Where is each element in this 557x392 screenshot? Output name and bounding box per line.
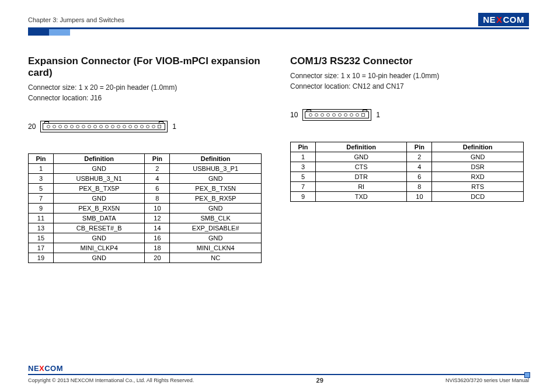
pin-hole-icon: [82, 125, 85, 128]
pin-hole-icon: [309, 113, 312, 117]
pin-hole-icon: [326, 113, 330, 117]
pin-label-1: 1: [172, 123, 176, 131]
chapter-title: Chapter 3: Jumpers and Switches: [28, 16, 124, 23]
table-row: 11SMB_DATA12SMB_CLK: [29, 214, 262, 223]
pin-hole-icon: [315, 113, 318, 117]
table-row: 5DTR6RXD: [291, 172, 524, 182]
page-footer: NEXCOM Copyright © 2013 NEXCOM Internati…: [28, 364, 529, 384]
table-row: 3CTS4DSR: [291, 162, 524, 172]
com-connector-section: COM1/3 RS232 Connector Connector size: 1…: [290, 55, 529, 263]
table-row: 9TXD10DCD: [291, 192, 524, 202]
pin-hole-icon: [332, 113, 336, 117]
pin-hole-icon: [123, 125, 126, 128]
pin-hole-icon: [350, 113, 353, 117]
pin-hole-icon: [356, 113, 359, 117]
page-header: Chapter 3: Jumpers and Switches NEXCOM: [28, 13, 529, 26]
pin-hole-icon: [140, 125, 144, 128]
pin-hole-icon: [344, 113, 347, 117]
pin-hole-icon: [53, 125, 56, 128]
pin-label-1b: 1: [376, 111, 380, 119]
pin-table-right: Pin Definition Pin Definition 1GND2GND3C…: [290, 142, 524, 202]
connector-pins-20: [43, 123, 165, 130]
pin-table-right-body: 1GND2GND3CTS4DSR5DTR6RXD7RI8RTS9TXD10DCD: [291, 152, 524, 202]
pin-hole-icon: [93, 125, 97, 128]
pin-hole-icon: [321, 113, 324, 117]
pin-table-left-body: 1GND2USBHUB_3_P13USBHUB_3_N14GND5PEX_B_T…: [29, 164, 262, 263]
pin-hole-icon: [76, 125, 79, 128]
pin-hole-icon: [117, 125, 120, 128]
pin-hole-icon: [338, 113, 342, 117]
pin-hole-icon: [58, 125, 62, 128]
pin-hole-icon: [70, 125, 74, 128]
table-row: 19GND20NC: [29, 253, 262, 263]
pin-hole-icon: [47, 125, 50, 128]
pin-table-left: Pin Definition Pin Definition 1GND2USBHU…: [28, 153, 262, 263]
pin-hole-icon: [128, 125, 132, 128]
table-row: 7GND8PEX_B_RX5P: [29, 194, 262, 204]
pin-hole-icon: [146, 125, 149, 128]
expansion-connector-section: Expansion Connector (For VIOB-mPCI expan…: [28, 55, 267, 263]
table-row: 13CB_RESET#_B14EXP_DISABLE#: [29, 223, 262, 233]
connector-pins-10: [305, 111, 369, 118]
section-title-left: Expansion Connector (For VIOB-mPCI expan…: [28, 55, 267, 79]
table-row: 3USBHUB_3_N14GND: [29, 174, 262, 184]
nexcom-logo-footer: NEXCOM: [28, 364, 529, 373]
pin-label-20: 20: [28, 123, 36, 131]
page-number: 29: [316, 377, 323, 384]
nexcom-logo: NEXCOM: [478, 13, 529, 26]
pin-hole-icon: [99, 125, 103, 128]
table-row: 1GND2GND: [291, 152, 524, 162]
table-row: 17MINI_CLKP418MINI_CLKN4: [29, 243, 262, 253]
header-tab-decor: [28, 29, 529, 36]
table-row: 5PEX_B_TX5P6PEX_B_TX5N: [29, 184, 262, 194]
pin-hole-icon: [88, 125, 91, 128]
section-title-right: COM1/3 RS232 Connector: [290, 55, 529, 67]
pin-hole-icon: [152, 125, 155, 128]
pin-hole-icon: [134, 125, 138, 128]
section-sub-right: Connector size: 1 x 10 = 10-pin header (…: [290, 71, 529, 92]
connector-diagram-left: 20 1: [28, 121, 267, 132]
pin-hole-icon: [105, 125, 109, 128]
pin-hole-icon: [64, 125, 68, 128]
table-row: 1GND2USBHUB_3_P1: [29, 164, 262, 174]
table-row: 9PEX_B_RX5N10GND: [29, 204, 262, 214]
pin-hole-icon: [111, 125, 114, 128]
pin-hole-icon: [158, 125, 161, 128]
table-row: 15GND16GND: [29, 233, 262, 243]
table-row: 7RI8RTS: [291, 182, 524, 192]
pin-hole-icon: [361, 113, 365, 117]
pin-label-10: 10: [290, 111, 298, 119]
manual-title: NViS3620/3720 series User Manual: [445, 377, 529, 383]
connector-diagram-right: 10 1: [290, 109, 529, 121]
section-sub-left: Connector size: 1 x 20 = 20-pin header (…: [28, 82, 267, 103]
copyright-text: Copyright © 2013 NEXCOM International Co…: [28, 377, 194, 383]
